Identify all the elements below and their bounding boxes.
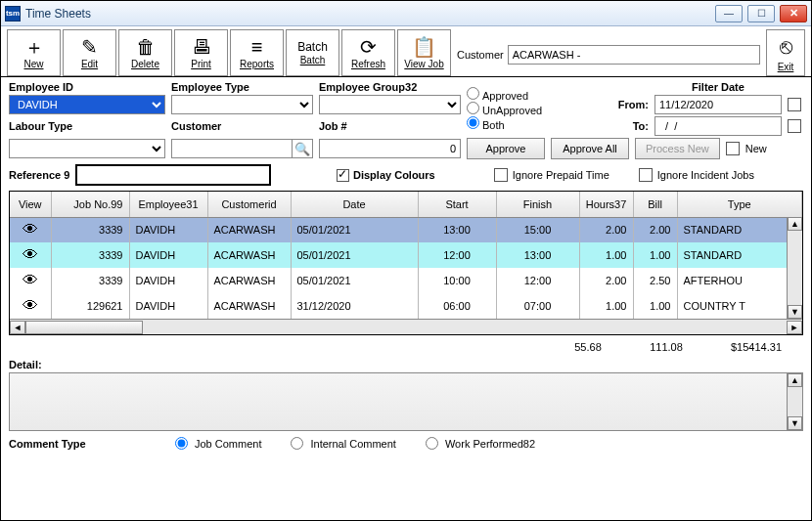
cell-hours: 1.00 (579, 242, 633, 268)
ignore-prepaid-checkbox[interactable] (494, 168, 508, 182)
customer-label: Customer (457, 49, 504, 61)
employee-id-label: Employee ID (9, 81, 165, 93)
col-jobno[interactable]: Job No.99 (51, 192, 129, 217)
detail-scroll-up-icon[interactable]: ▲ (788, 373, 802, 387)
scroll-thumb[interactable] (25, 321, 143, 334)
col-employee[interactable]: Employee31 (129, 192, 207, 217)
comment-internal-radio[interactable]: Internal Comment (291, 437, 395, 450)
cell-type: COUNTRY T (677, 293, 802, 319)
unapproved-radio[interactable]: UnApproved (467, 102, 594, 116)
search-icon: 🔍 (294, 142, 310, 156)
print-button[interactable]: 🖶 Print (174, 29, 228, 76)
table-row[interactable]: 👁3339DAVIDHACARWASH05/01/202110:0012:002… (10, 268, 802, 293)
cell-jobno: 3339 (51, 268, 129, 293)
cell-employee: DAVIDH (129, 293, 207, 319)
ignore-incident-label: Ignore Incident Jobs (657, 169, 754, 181)
from-date-checkbox[interactable] (788, 98, 801, 111)
titlebar: tsm Time Sheets — ☐ ✕ (1, 1, 811, 26)
minimize-button[interactable]: — (715, 5, 743, 22)
approve-all-button[interactable]: Approve All (551, 138, 629, 159)
col-date[interactable]: Date (291, 192, 418, 217)
cell-finish: 15:00 (496, 217, 579, 242)
labour-type-select[interactable] (9, 139, 165, 158)
cell-type: STANDARD (677, 217, 802, 242)
table-row[interactable]: 👁3339DAVIDHACARWASH05/01/202112:0013:001… (10, 242, 802, 268)
cell-start: 12:00 (418, 242, 496, 268)
grid-header-row: View Job No.99 Employee31 Customerid Dat… (10, 192, 802, 217)
detail-scroll-down-icon[interactable]: ▼ (788, 416, 802, 430)
comment-work-radio[interactable]: Work Performed82 (426, 437, 535, 450)
scroll-right-icon[interactable]: ► (787, 321, 802, 334)
employee-type-select[interactable] (171, 95, 313, 114)
cell-type: STANDARD (677, 242, 802, 268)
reference-input[interactable] (75, 164, 271, 186)
maximize-button[interactable]: ☐ (747, 5, 775, 22)
display-colours-checkbox[interactable] (337, 169, 349, 182)
cell-employee: DAVIDH (129, 242, 207, 268)
scroll-up-icon[interactable]: ▲ (788, 217, 802, 231)
eye-icon[interactable]: 👁 (23, 272, 38, 288)
employee-group-select[interactable] (319, 95, 461, 114)
col-type[interactable]: Type (677, 192, 802, 217)
display-colours-label: Display Colours (353, 169, 435, 181)
new-button[interactable]: ＋ New (7, 29, 61, 76)
edit-button[interactable]: ✎ Edit (63, 29, 116, 76)
labour-type-label: Labour Type (9, 120, 165, 132)
refresh-button[interactable]: ⟳ Refresh (341, 29, 395, 76)
employee-type-label: Employee Type (171, 81, 313, 93)
cell-customer: ACARWASH (207, 242, 291, 268)
customer-display[interactable] (508, 45, 760, 65)
table-row[interactable]: 👁3339DAVIDHACARWASH05/01/202113:0015:002… (10, 217, 802, 242)
col-hours[interactable]: Hours37 (579, 192, 633, 217)
jobno-input[interactable] (319, 139, 461, 158)
cell-date: 05/01/2021 (291, 242, 418, 268)
from-date-input[interactable] (654, 95, 782, 114)
total-amount: $15414.31 (705, 341, 782, 353)
cell-date: 31/12/2020 (291, 293, 418, 319)
eye-icon[interactable]: 👁 (23, 297, 38, 314)
delete-button[interactable]: 🗑 Delete (118, 29, 172, 76)
list-icon: ≡ (251, 37, 263, 57)
reference-label: Reference 9 (9, 169, 69, 181)
cell-start: 10:00 (418, 268, 496, 293)
grid-h-scrollbar[interactable]: ◄ ► (10, 319, 802, 334)
col-customer[interactable]: Customerid (207, 192, 291, 217)
employee-id-select[interactable]: DAVIDH (9, 95, 165, 114)
customer-filter-input[interactable] (171, 139, 292, 158)
cell-employee: DAVIDH (129, 268, 207, 293)
col-start[interactable]: Start (418, 192, 496, 217)
filter-date-label: Filter Date (654, 81, 782, 93)
timesheet-grid[interactable]: View Job No.99 Employee31 Customerid Dat… (9, 191, 803, 335)
col-finish[interactable]: Finish (496, 192, 579, 217)
refresh-icon: ⟳ (360, 37, 377, 57)
exit-button[interactable]: ⎋ Exit (766, 29, 805, 76)
eye-icon[interactable]: 👁 (23, 246, 38, 263)
table-row[interactable]: 👁129621DAVIDHACARWASH31/12/202006:0007:0… (10, 293, 802, 319)
customer-search-button[interactable]: 🔍 (292, 139, 313, 158)
reports-button[interactable]: ≡ Reports (230, 29, 284, 76)
exit-icon: ⎋ (780, 34, 792, 60)
eye-icon[interactable]: 👁 (23, 221, 38, 238)
close-button[interactable]: ✕ (780, 5, 807, 22)
comment-job-radio[interactable]: Job Comment (175, 437, 261, 450)
jobno-label: Job # (319, 120, 461, 132)
col-bill[interactable]: Bill (633, 192, 677, 217)
scroll-down-icon[interactable]: ▼ (788, 305, 802, 319)
scroll-left-icon[interactable]: ◄ (10, 321, 25, 334)
view-job-button[interactable]: 📋 View Job (397, 29, 451, 76)
to-date-checkbox[interactable] (788, 119, 801, 133)
col-view[interactable]: View (10, 192, 51, 217)
cell-jobno: 3339 (51, 242, 129, 268)
approved-radio[interactable]: Approved (467, 87, 594, 102)
batch-button[interactable]: Batch Batch (286, 29, 339, 76)
cell-type: AFTERHOU (677, 268, 802, 293)
detail-scrollbar[interactable]: ▲ ▼ (787, 373, 802, 430)
new-checkbox[interactable] (726, 142, 740, 155)
approve-button[interactable]: Approve (467, 138, 545, 159)
process-new-button[interactable]: Process New (635, 138, 720, 159)
detail-textarea[interactable]: ▲ ▼ (9, 372, 803, 431)
grid-v-scrollbar[interactable]: ▲ ▼ (787, 217, 802, 319)
ignore-incident-checkbox[interactable] (639, 168, 653, 182)
both-radio[interactable]: Both (467, 116, 594, 131)
to-date-input[interactable] (654, 116, 782, 136)
